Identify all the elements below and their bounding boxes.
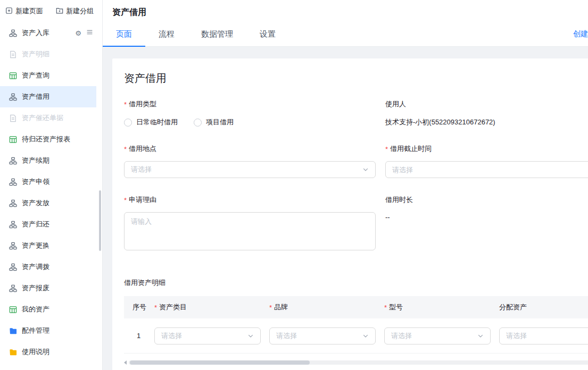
main-area: 资产借用 页面 流程 数据管理 设置 创建 资产借用 借用类型: [103, 0, 588, 370]
sidebar-item-asset-renew[interactable]: 资产续期: [0, 150, 96, 171]
sidebar-group-accessory-management[interactable]: 配件管理: [0, 320, 96, 341]
column-header-category: 资产类目: [150, 302, 265, 312]
cell-brand: 请选择: [265, 327, 380, 344]
sidebar-item-asset-borrow[interactable]: 资产借用: [0, 86, 96, 107]
chevron-down-icon: [247, 333, 254, 339]
sidebar-item-label: 资产明细: [22, 49, 93, 59]
new-page-button[interactable]: 新建页面: [5, 6, 43, 16]
gear-icon[interactable]: ⚙︎: [75, 30, 81, 37]
column-header-assigned-asset: 分配资产: [495, 302, 588, 312]
sidebar-item-asset-scrap[interactable]: 资产报废: [0, 278, 96, 299]
org-chart-icon: [9, 284, 17, 292]
sidebar-group-label: 使用说明: [22, 347, 93, 357]
sidebar-item-label: 待归还资产报表: [22, 134, 93, 144]
form-grid: 借用类型 日常临时借用 项目借用: [124, 99, 588, 253]
sidebar-item-label: 资产借用: [22, 92, 93, 102]
apply-reason-textarea[interactable]: [124, 212, 376, 250]
sidebar-group-usage-instructions[interactable]: 使用说明: [0, 341, 96, 363]
item-tools: ⚙︎: [75, 29, 93, 37]
select-placeholder: 请选择: [131, 165, 152, 174]
sidebar-scrollbar[interactable]: [99, 190, 101, 251]
radio-label: 日常临时借用: [136, 117, 178, 127]
category-select[interactable]: 请选择: [154, 327, 261, 344]
org-chart-icon: [9, 263, 17, 271]
select-placeholder: 请选择: [161, 331, 182, 341]
sidebar-item-label: 资产调拨: [22, 262, 93, 272]
new-group-icon: [56, 7, 63, 16]
sidebar-item-asset-inbound[interactable]: 资产入库 ⚙︎: [0, 22, 96, 44]
sidebar-item-asset-query[interactable]: 资产查询: [0, 65, 96, 86]
org-chart-icon: [9, 157, 17, 165]
new-group-button[interactable]: 新建分组: [56, 6, 94, 16]
chevron-down-icon: [362, 166, 369, 173]
sidebar-item-label: 资产发放: [22, 198, 93, 208]
page-title: 资产借用: [112, 7, 578, 18]
form-title: 资产借用: [124, 71, 588, 86]
scrollbar-thumb[interactable]: [130, 360, 310, 365]
tab-settings[interactable]: 设置: [246, 21, 289, 47]
sidebar-item-label: 资产报废: [22, 283, 93, 293]
sidebar-item-label: 资产归还: [22, 220, 93, 229]
sidebar-item-asset-issue[interactable]: 资产发放: [0, 192, 96, 214]
sidebar-item-asset-return[interactable]: 资产归还: [0, 214, 96, 235]
table-row: 1 请选择 请选择: [124, 318, 588, 354]
table-icon: [9, 136, 17, 144]
sidebar-item-label: 资产查询: [22, 71, 93, 80]
sidebar-item-asset-apply[interactable]: 资产申领: [0, 171, 96, 192]
org-chart-icon: [9, 242, 17, 250]
sidebar-item-asset-replace[interactable]: 资产更换: [0, 235, 96, 256]
assigned-asset-input[interactable]: [499, 327, 588, 344]
radio-label: 项目借用: [206, 117, 234, 127]
org-chart-icon: [9, 178, 17, 186]
folder-icon: [9, 327, 17, 335]
borrow-type-label: 借用类型: [124, 99, 376, 109]
model-select[interactable]: 请选择: [384, 327, 491, 344]
borrow-duration-value: --: [385, 213, 588, 221]
borrow-duration-label: 借用时长: [385, 195, 588, 205]
cell-assigned-asset: [495, 327, 588, 344]
scrollbar-track[interactable]: [129, 360, 588, 365]
tab-data-management[interactable]: 数据管理: [188, 21, 246, 47]
sidebar-item-my-assets[interactable]: 我的资产: [0, 299, 96, 320]
field-borrow-type: 借用类型 日常临时借用 项目借用: [124, 99, 376, 127]
org-chart-icon: [9, 29, 17, 37]
menu-icon[interactable]: [86, 29, 93, 37]
table-icon: [9, 306, 17, 314]
sidebar-toolbar: 新建页面 新建分组: [0, 0, 102, 18]
org-chart-icon: [9, 93, 17, 101]
user-label: 使用人: [385, 99, 588, 109]
select-placeholder: 请选择: [276, 331, 297, 341]
column-header-model: 型号: [380, 302, 495, 312]
create-link[interactable]: 创建: [573, 29, 588, 39]
field-apply-reason: 申请理由: [124, 195, 376, 253]
column-header-index: 序号: [124, 302, 150, 312]
document-icon: [9, 114, 17, 122]
document-icon: [9, 51, 17, 58]
sidebar-item-pending-return-report[interactable]: 待归还资产报表: [0, 129, 96, 150]
radio-icon[interactable]: [124, 119, 132, 127]
sidebar-item-asset-transfer[interactable]: 资产调拨: [0, 256, 96, 278]
select-placeholder: 请选择: [391, 331, 412, 341]
tab-process[interactable]: 流程: [145, 21, 188, 47]
sidebar-item-label: 资产申领: [22, 177, 93, 187]
scroll-left-arrow-icon[interactable]: [124, 360, 127, 365]
radio-daily-temporary[interactable]: 日常临时借用: [124, 117, 178, 127]
borrow-location-select[interactable]: 请选择: [124, 161, 376, 178]
sidebar-item-label: 我的资产: [22, 305, 93, 314]
cell-model: 请选择: [380, 327, 495, 344]
borrow-deadline-input[interactable]: [385, 161, 588, 178]
sidebar-item-asset-recall-doc[interactable]: 资产催还单据: [0, 107, 96, 129]
brand-select[interactable]: 请选择: [269, 327, 376, 344]
radio-icon[interactable]: [194, 119, 202, 127]
detail-table: 序号 资产类目 品牌 型号 分配资产 1 请选择: [124, 296, 588, 354]
tab-page[interactable]: 页面: [103, 21, 145, 47]
sidebar-item-label: 资产续期: [22, 156, 93, 165]
radio-project-borrow[interactable]: 项目借用: [194, 117, 234, 127]
org-chart-icon: [9, 199, 17, 207]
new-page-label: 新建页面: [15, 6, 43, 16]
folder-icon: [9, 348, 17, 356]
chevron-down-icon: [477, 333, 484, 339]
borrow-deadline-label: 借用截止时间: [385, 144, 588, 154]
horizontal-scrollbar[interactable]: [124, 360, 588, 365]
sidebar-item-asset-detail[interactable]: 资产明细: [0, 44, 96, 65]
